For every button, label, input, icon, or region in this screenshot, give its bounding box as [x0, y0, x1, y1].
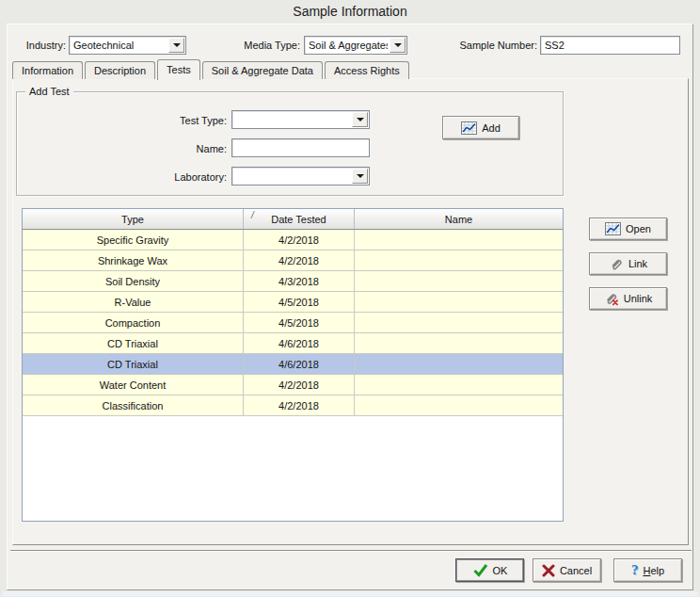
column-header-name[interactable]: Name: [355, 209, 563, 229]
cancel-button[interactable]: Cancel: [533, 558, 601, 582]
cell-date: 4/5/2018: [244, 313, 355, 332]
cell-name: [355, 333, 563, 353]
industry-value: Geotechnical: [73, 38, 167, 53]
laboratory-select[interactable]: [231, 167, 370, 186]
table-row[interactable]: Compaction 4/5/2018: [23, 313, 563, 333]
open-button[interactable]: Open: [589, 218, 667, 240]
add-test-group-label: Add Test: [25, 85, 73, 98]
cell-name: [355, 354, 563, 374]
cell-name: [355, 250, 563, 270]
industry-select[interactable]: Geotechnical: [69, 36, 186, 55]
tab-description[interactable]: Description: [85, 61, 155, 79]
chevron-down-icon: [394, 43, 402, 47]
green-check-icon: [472, 563, 488, 577]
table-header-row: Type / Date Tested Name: [23, 209, 563, 230]
unlink-button-label: Unlink: [624, 293, 653, 304]
table-row[interactable]: Classification 4/2/2018: [23, 395, 563, 416]
chevron-down-icon: [357, 118, 364, 121]
cell-name: [355, 271, 563, 291]
add-button-label: Add: [482, 122, 501, 134]
cell-type: Compaction: [23, 313, 244, 332]
test-type-label: Test Type:: [123, 113, 227, 128]
sort-ascending-icon: /: [251, 210, 254, 220]
media-type-dropdown-button[interactable]: [390, 38, 406, 53]
table-row[interactable]: R-Value 4/5/2018: [23, 292, 563, 313]
cell-date: 4/6/2018: [244, 354, 355, 374]
paperclip-icon: [609, 256, 624, 271]
tab-soil-aggregate-data[interactable]: Soil & Aggregate Data: [202, 61, 323, 79]
footer-separator: [10, 550, 692, 552]
open-button-label: Open: [626, 223, 651, 234]
tab-information[interactable]: Information: [12, 61, 83, 79]
media-type-select[interactable]: Soil & Aggregates: [304, 36, 407, 55]
chevron-down-icon: [357, 174, 364, 178]
sample-information-window: Sample Information Industry: Geotechnica…: [0, 0, 700, 597]
unlink-button[interactable]: Unlink: [589, 287, 667, 310]
test-type-dropdown-button[interactable]: [352, 112, 368, 127]
column-header-type[interactable]: Type: [23, 209, 244, 229]
media-type-label: Media Type:: [228, 38, 300, 53]
table-row[interactable]: CD Triaxial 4/6/2018: [23, 333, 563, 354]
cell-date: 4/5/2018: [244, 292, 355, 312]
cell-name: [355, 375, 563, 395]
ok-button[interactable]: OK: [455, 558, 524, 582]
cell-date: 4/2/2018: [244, 230, 355, 250]
dialog-body: Industry: Geotechnical Media Type: Soil …: [7, 24, 693, 590]
link-button[interactable]: Link: [589, 252, 667, 275]
help-button[interactable]: ? Help: [613, 558, 682, 582]
table-row[interactable]: Soil Density 4/3/2018: [23, 271, 563, 292]
cell-name: [355, 395, 563, 415]
cell-date: 4/2/2018: [244, 375, 355, 395]
cell-type: Shrinkage Wax: [23, 250, 244, 270]
cell-type: Specific Gravity: [23, 230, 244, 250]
cell-date: 4/2/2018: [244, 395, 355, 415]
chart-icon: [461, 121, 477, 135]
cancel-button-label: Cancel: [560, 565, 592, 576]
cell-name: [355, 292, 563, 312]
window-bottom-edge: [2, 591, 698, 596]
add-test-groupbox: Add Test Test Type: Name: Laboratory:: [16, 91, 564, 196]
blue-question-icon: ?: [631, 562, 639, 578]
industry-label: Industry:: [15, 38, 66, 53]
tab-bar: Information Description Tests Soil & Agg…: [12, 58, 411, 79]
cell-type: CD Triaxial: [23, 354, 244, 374]
sample-number-label: Sample Number:: [448, 38, 537, 53]
chart-icon: [605, 222, 621, 235]
table-row[interactable]: Shrinkage Wax 4/2/2018: [23, 250, 563, 271]
ok-button-label: OK: [493, 565, 508, 576]
add-button[interactable]: Add: [442, 116, 519, 139]
industry-dropdown-button[interactable]: [168, 38, 184, 53]
tab-access-rights[interactable]: Access Rights: [325, 61, 409, 79]
cell-date: 4/6/2018: [244, 333, 355, 353]
cell-type: Classification: [23, 395, 244, 415]
paperclip-broken-icon: [604, 291, 619, 306]
cell-date: 4/3/2018: [244, 271, 355, 291]
media-type-value: Soil & Aggregates: [309, 38, 388, 53]
cell-name: [355, 313, 563, 332]
table-row[interactable]: Water Content 4/2/2018: [23, 375, 563, 395]
cell-type: Water Content: [23, 375, 244, 395]
test-type-select[interactable]: [231, 110, 370, 129]
cell-date: 4/2/2018: [244, 250, 355, 270]
tab-tests[interactable]: Tests: [157, 59, 200, 80]
laboratory-dropdown-button[interactable]: [352, 169, 368, 184]
column-header-date-tested[interactable]: / Date Tested: [244, 209, 355, 229]
cell-type: Soil Density: [23, 271, 244, 291]
cell-type: CD Triaxial: [23, 333, 244, 353]
test-name-label: Name:: [123, 141, 227, 156]
cell-name: [355, 230, 563, 250]
table-row-selected[interactable]: CD Triaxial 4/6/2018: [23, 354, 563, 375]
column-header-date-label: Date Tested: [271, 214, 326, 225]
link-button-label: Link: [628, 258, 647, 269]
table-row[interactable]: Specific Gravity 4/2/2018: [23, 230, 563, 250]
tests-table: Type / Date Tested Name Specific Gravity…: [22, 208, 564, 522]
sample-number-input[interactable]: [540, 36, 680, 55]
red-x-icon: [542, 564, 555, 577]
chevron-down-icon: [173, 43, 181, 47]
window-title: Sample Information: [0, 0, 700, 24]
laboratory-label: Laboratory:: [123, 169, 227, 185]
cell-type: R-Value: [23, 292, 244, 312]
help-button-label: Help: [643, 565, 664, 576]
test-name-input[interactable]: [231, 138, 370, 157]
